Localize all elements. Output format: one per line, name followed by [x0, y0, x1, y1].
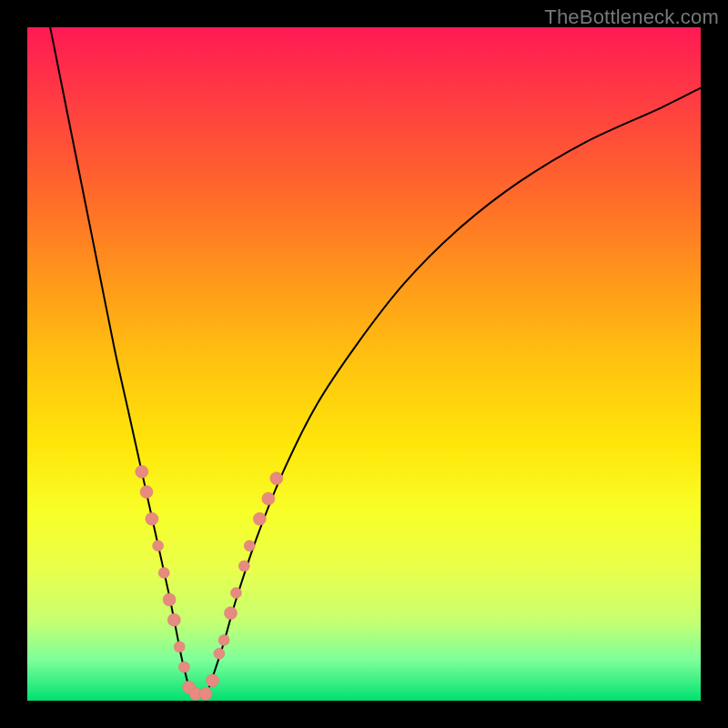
- curve-group: [47, 27, 701, 687]
- data-marker: [218, 634, 229, 645]
- data-marker: [262, 492, 275, 505]
- plot-area: [27, 27, 701, 701]
- chart-frame: TheBottleneck.com: [0, 0, 728, 728]
- data-marker: [270, 472, 283, 485]
- data-marker: [140, 486, 153, 499]
- data-marker: [207, 674, 219, 687]
- data-marker: [158, 567, 169, 578]
- data-marker: [146, 512, 158, 525]
- marker-group: [136, 465, 283, 700]
- data-marker: [174, 642, 185, 652]
- data-marker: [244, 541, 255, 551]
- data-marker: [178, 662, 189, 672]
- data-marker: [136, 465, 148, 478]
- data-marker: [153, 541, 164, 551]
- chart-svg: [27, 27, 701, 701]
- data-marker: [225, 607, 238, 620]
- data-marker: [230, 588, 241, 599]
- watermark-text: TheBottleneck.com: [544, 5, 719, 29]
- data-marker: [167, 613, 180, 626]
- data-marker: [199, 688, 212, 701]
- series-right-branch: [209, 88, 701, 688]
- series-left-branch: [47, 27, 188, 687]
- data-marker: [238, 561, 249, 571]
- data-marker: [214, 648, 225, 659]
- data-marker: [253, 512, 266, 525]
- data-marker: [163, 593, 176, 606]
